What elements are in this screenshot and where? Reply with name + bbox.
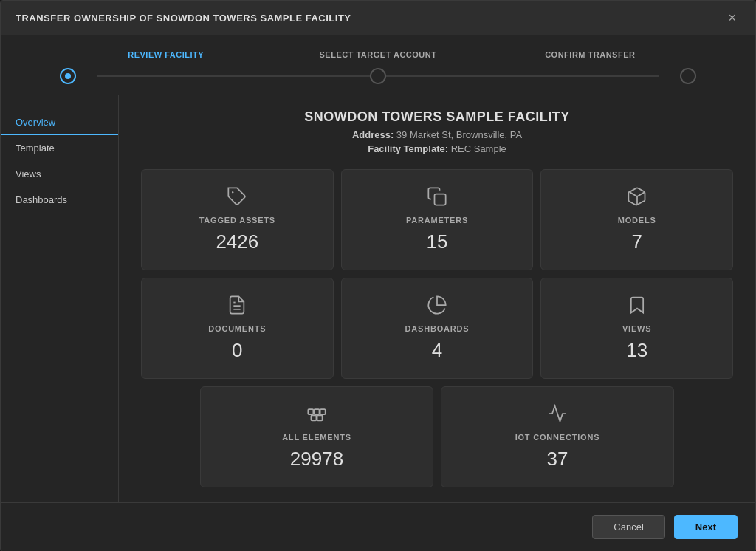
cube-icon bbox=[627, 186, 647, 210]
sidebar-item-dashboards[interactable]: Dashboards bbox=[1, 187, 118, 213]
step-circle-1 bbox=[60, 68, 76, 84]
svg-rect-8 bbox=[311, 415, 316, 420]
all-elements-value: 29978 bbox=[290, 448, 343, 470]
iot-value: 37 bbox=[547, 448, 568, 470]
views-value: 13 bbox=[626, 339, 647, 362]
stepper: REVIEW FACILITY SELECT TARGET ACCOUNT CO… bbox=[1, 35, 755, 95]
stat-card-views: VIEWS 13 bbox=[540, 278, 733, 379]
stepper-circles bbox=[60, 68, 696, 84]
address-label: Address: bbox=[352, 129, 394, 140]
stat-card-dashboards: DASHBOARDS 4 bbox=[341, 278, 534, 379]
all-elements-label: ALL ELEMENTS bbox=[282, 433, 351, 442]
models-value: 7 bbox=[631, 230, 642, 253]
svg-rect-1 bbox=[434, 194, 445, 205]
elements-icon bbox=[306, 403, 327, 427]
cancel-button[interactable]: Cancel bbox=[592, 515, 664, 539]
tagged-assets-value: 2426 bbox=[216, 230, 258, 253]
step-circle-3 bbox=[680, 68, 696, 84]
pie-icon bbox=[427, 295, 447, 318]
views-label: VIEWS bbox=[622, 324, 651, 333]
stepper-track bbox=[60, 65, 696, 87]
sidebar: Overview Template Views Dashboards bbox=[1, 95, 119, 502]
document-icon bbox=[227, 295, 247, 318]
main-content: SNOWDON TOWERS SAMPLE FACILITY Address: … bbox=[119, 95, 755, 502]
step-label-target: SELECT TARGET ACCOUNT bbox=[272, 50, 484, 59]
sidebar-item-template[interactable]: Template bbox=[1, 135, 118, 161]
dashboards-label: DASHBOARDS bbox=[405, 324, 470, 333]
svg-rect-6 bbox=[315, 409, 320, 414]
stepper-labels: REVIEW FACILITY SELECT TARGET ACCOUNT CO… bbox=[60, 50, 696, 59]
facility-template: Facility Template: REC Sample bbox=[141, 143, 733, 154]
modal-body: Overview Template Views Dashboards SNOWD… bbox=[1, 95, 755, 502]
iot-icon bbox=[547, 403, 568, 427]
step-label-confirm: CONFIRM TRANSFER bbox=[484, 50, 696, 59]
modal-footer: Cancel Next bbox=[1, 502, 755, 551]
tagged-assets-label: TAGGED ASSETS bbox=[199, 216, 275, 225]
svg-rect-9 bbox=[317, 415, 323, 420]
models-label: MODELS bbox=[618, 216, 656, 225]
next-button[interactable]: Next bbox=[674, 515, 738, 539]
documents-value: 0 bbox=[232, 339, 242, 362]
bookmark-icon bbox=[627, 295, 647, 318]
dashboards-value: 4 bbox=[432, 339, 442, 362]
facility-address: Address: 39 Market St, Brownsville, PA bbox=[141, 129, 733, 140]
sidebar-item-overview[interactable]: Overview bbox=[1, 109, 118, 135]
sidebar-item-views[interactable]: Views bbox=[1, 161, 118, 187]
stat-card-models: MODELS 7 bbox=[540, 169, 733, 270]
parameters-value: 15 bbox=[427, 230, 448, 253]
stat-card-parameters: PARAMETERS 15 bbox=[341, 169, 534, 270]
transfer-ownership-modal: TRANSFER OWNERSHIP OF SNOWDON TOWERS SAM… bbox=[0, 0, 756, 551]
svg-rect-7 bbox=[320, 409, 326, 414]
stats-row-bottom: ALL ELEMENTS 29978 IoT CONNECTIONS 37 bbox=[141, 386, 733, 487]
step-circle-2 bbox=[370, 68, 386, 84]
iot-label: IoT CONNECTIONS bbox=[515, 433, 600, 442]
facility-name: SNOWDON TOWERS SAMPLE FACILITY bbox=[141, 109, 733, 125]
stat-card-tagged-assets: TAGGED ASSETS 2426 bbox=[141, 169, 334, 270]
tag-icon bbox=[227, 186, 247, 210]
close-button[interactable]: × bbox=[724, 10, 740, 26]
stat-card-documents: DOCUMENTS 0 bbox=[141, 278, 334, 379]
template-value: REC Sample bbox=[451, 143, 506, 154]
address-value: 39 Market St, Brownsville, PA bbox=[396, 129, 522, 140]
stats-grid: TAGGED ASSETS 2426 PARAMETERS 15 M bbox=[141, 169, 733, 379]
documents-label: DOCUMENTS bbox=[208, 324, 266, 333]
parameters-label: PARAMETERS bbox=[406, 216, 468, 225]
stat-card-iot: IoT CONNECTIONS 37 bbox=[441, 386, 674, 487]
step-label-review: REVIEW FACILITY bbox=[60, 50, 272, 59]
modal-title: TRANSFER OWNERSHIP OF SNOWDON TOWERS SAM… bbox=[16, 13, 351, 24]
svg-rect-5 bbox=[308, 409, 313, 414]
template-label: Facility Template: bbox=[368, 143, 448, 154]
modal-header: TRANSFER OWNERSHIP OF SNOWDON TOWERS SAM… bbox=[1, 1, 755, 35]
stat-card-all-elements: ALL ELEMENTS 29978 bbox=[200, 386, 433, 487]
copy-icon bbox=[427, 186, 447, 210]
